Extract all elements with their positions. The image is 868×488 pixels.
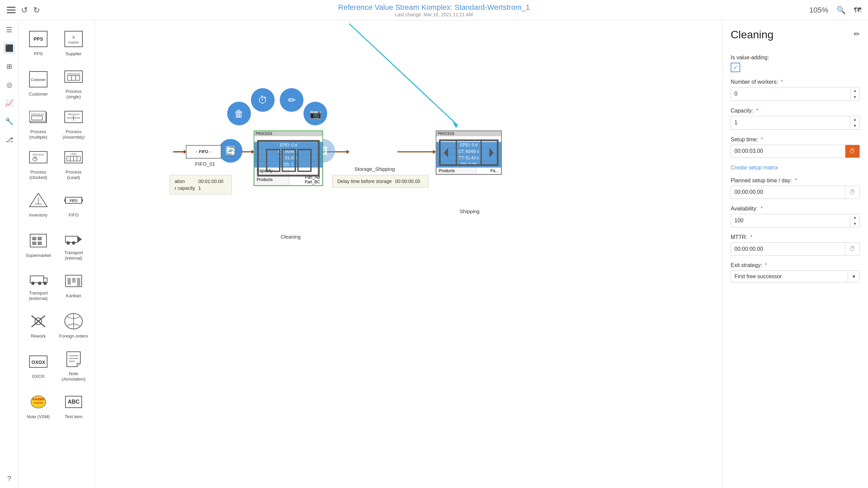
palette-item-inventory[interactable]: Inventory xyxy=(21,184,55,223)
svg-point-45 xyxy=(66,241,70,245)
process-lead-label: Process (Lead) xyxy=(59,169,88,180)
mttr-clock-button[interactable]: ⏱ xyxy=(845,243,860,255)
topbar: ↺ ↻ Reference Value Stream Komplex: Stan… xyxy=(0,0,868,20)
note-vsm-label: Note (VSM) xyxy=(27,414,50,420)
svg-text:Supplier: Supplier xyxy=(68,41,79,44)
capacity-input[interactable] xyxy=(731,117,850,128)
planned-setup-clock-button[interactable]: ⏱ xyxy=(845,186,860,199)
is-value-adding-checkbox[interactable]: ✓ xyxy=(731,63,740,72)
timer-button[interactable]: ⏱ xyxy=(251,88,275,112)
sidebar-item-target[interactable]: ◎ xyxy=(3,79,15,91)
delete-button[interactable]: 🗑 xyxy=(227,102,251,125)
palette-item-process-lead[interactable]: LEAD Process (Lead) xyxy=(57,144,91,183)
fifo01-label: FIFO_01 xyxy=(186,161,224,167)
svg-text:FIFO: FIFO xyxy=(70,199,78,203)
svg-text:PROCESS: PROCESS xyxy=(31,113,44,116)
process-multiple-label: Process (multiple) xyxy=(23,129,53,140)
undo-button[interactable]: ↺ xyxy=(21,5,28,15)
setup-time-input[interactable] xyxy=(731,145,845,157)
capacity-up[interactable]: ▲ xyxy=(850,116,860,123)
sync-button[interactable]: 🔄 xyxy=(219,139,242,163)
svg-point-51 xyxy=(43,282,47,285)
panel-title: Cleaning xyxy=(731,28,773,41)
canvas[interactable]: 🗑 ⏱ ✏ 📷 🔄 🖼 ←FIFO→ FIFO_01 ation00:01:00… xyxy=(95,20,722,488)
panel-edit-button[interactable]: ✏ xyxy=(854,30,860,39)
menu-button[interactable] xyxy=(7,7,16,13)
sidebar-item-git[interactable]: ⎇ xyxy=(3,134,15,146)
topbar-right: 105% 🔍 🗺 xyxy=(809,6,861,15)
palette-item-rework[interactable]: Rework xyxy=(21,305,55,344)
cleaning-node-body: EPEI: 0 d CT: 60/60 s TT: 51.43 s DS: 1 … xyxy=(254,136,323,186)
palette-item-supermarket[interactable]: Supermarket xyxy=(21,225,55,264)
rework-icon xyxy=(28,311,48,331)
availability-down[interactable]: ▼ xyxy=(850,221,860,227)
storage-label: Storage_Shipping xyxy=(351,166,398,172)
exit-strategy-label: Exit strategy: * xyxy=(731,262,860,268)
palette-item-supplier[interactable]: S Supplier Supplier xyxy=(57,23,91,62)
search-button[interactable]: 🔍 xyxy=(836,6,846,15)
exit-strategy-select[interactable]: First free successor Round robin Shortes… xyxy=(731,271,848,282)
shipping-node[interactable]: PROCESS EPEI: 0 d CT: 60/60 s TT: 51.43 … xyxy=(436,130,502,175)
capacity-field-label: Capacity: * xyxy=(731,108,860,114)
capacity-input-row: ▲ ▼ xyxy=(731,116,860,130)
sidebar-item-wrench[interactable]: 🔧 xyxy=(3,115,15,127)
exit-strategy-group: Exit strategy: * First free successor Ro… xyxy=(731,262,860,282)
availability-input[interactable] xyxy=(731,215,850,226)
create-setup-matrix-link[interactable]: Create setup matrix xyxy=(731,165,778,170)
note-annotation-label: Note (Annotation) xyxy=(59,371,88,382)
palette-item-transport-internal[interactable]: Transport (internal) xyxy=(57,225,91,264)
palette-item-foreign-orders[interactable]: Foreign orders xyxy=(57,305,91,344)
availability-up[interactable]: ▲ xyxy=(850,214,860,221)
palette-item-process-assembly[interactable]: PROCESS Process (Assembly) xyxy=(57,104,91,143)
workers-input[interactable] xyxy=(731,88,850,100)
palette-item-process-single[interactable]: PROCESS Process (single) xyxy=(57,63,91,102)
transportation-popup: ation00:01:00.00 r capacity1 xyxy=(170,175,232,195)
sidebar-item-help[interactable]: ? xyxy=(3,472,15,485)
edit-button[interactable]: ✏ xyxy=(280,88,303,112)
note-vsm-icon: KAIZEN xyxy=(28,392,48,412)
palette-item-transport-external[interactable]: Transport (external) xyxy=(21,265,55,304)
capacity-group: Capacity: * ▲ ▼ xyxy=(731,108,860,130)
sidebar-item-trending[interactable]: 📈 xyxy=(3,97,15,109)
shipping-stat-3: DS: 0.95 xyxy=(436,161,501,167)
cleaning-node[interactable]: PROCESS EPEI: 0 d CT: 60/60 s TT: 51.43 … xyxy=(254,130,323,186)
availability-label: Availability: * xyxy=(731,206,860,212)
sidebar-item-layers[interactable]: ⬛ xyxy=(3,42,15,54)
mttr-group: MTTR: * ⏱ xyxy=(731,234,860,256)
svg-marker-44 xyxy=(78,236,82,242)
redo-button[interactable]: ↻ xyxy=(33,5,40,15)
palette-item-customer[interactable]: Customer Customer xyxy=(21,63,55,102)
products-value: Part_ABPart_BC xyxy=(289,174,322,185)
setup-time-clock-button[interactable]: ⏱ xyxy=(845,145,860,158)
planned-setup-input[interactable] xyxy=(731,186,845,198)
map-button[interactable]: 🗺 xyxy=(854,6,861,15)
svg-rect-40 xyxy=(38,237,42,240)
svg-text:PPS: PPS xyxy=(34,36,43,42)
palette-item-note-vsm[interactable]: KAIZEN Note (VSM) xyxy=(21,386,55,425)
cleaning-stat-2: TT: 51.43 s xyxy=(254,155,322,161)
capacity-down[interactable]: ▼ xyxy=(850,123,860,129)
palette-item-pps[interactable]: PPS PPS xyxy=(21,23,55,62)
topbar-center: Reference Value Stream Komplex: Standard… xyxy=(338,3,530,17)
palette-item-oxox[interactable]: OXOX OXOX xyxy=(21,346,55,385)
palette-item-text-item[interactable]: ABC Text item xyxy=(57,386,91,425)
palette-item-process-clocked[interactable]: PROCESS Process (clocked) xyxy=(21,144,55,183)
workers-down[interactable]: ▼ xyxy=(850,94,860,100)
sidebar-item-dashboard[interactable]: ⊞ xyxy=(3,60,15,73)
is-value-adding-label: Is value-adding: xyxy=(731,55,860,61)
svg-rect-55 xyxy=(77,278,80,286)
sidebar-item-menu[interactable]: ☰ xyxy=(3,24,15,36)
palette-item-fifo[interactable]: FIFO FIFO xyxy=(57,184,91,223)
palette-item-note-annotation[interactable]: Note (Annotation) xyxy=(57,346,91,385)
cleaning-stat-1: CT: 60/60 s xyxy=(254,148,322,155)
palette-item-kanban[interactable]: Kanban xyxy=(57,265,91,304)
palette-item-process-multiple[interactable]: PROCESS Process (multiple) xyxy=(21,104,55,143)
workers-up[interactable]: ▲ xyxy=(850,87,860,94)
camera-button[interactable]: 📷 xyxy=(303,102,327,125)
page-title: Reference Value Stream Komplex: Standard… xyxy=(338,3,530,12)
cleaning-stat-0: EPEI: 0 d xyxy=(254,142,322,148)
text-item-label: Text item xyxy=(65,414,82,420)
svg-marker-78 xyxy=(347,150,349,154)
shipping-node-body: EPEI: 0 d CT: 60/60 s TT: 51.43 s DS: 0.… xyxy=(436,136,502,175)
mttr-input[interactable] xyxy=(731,243,845,255)
